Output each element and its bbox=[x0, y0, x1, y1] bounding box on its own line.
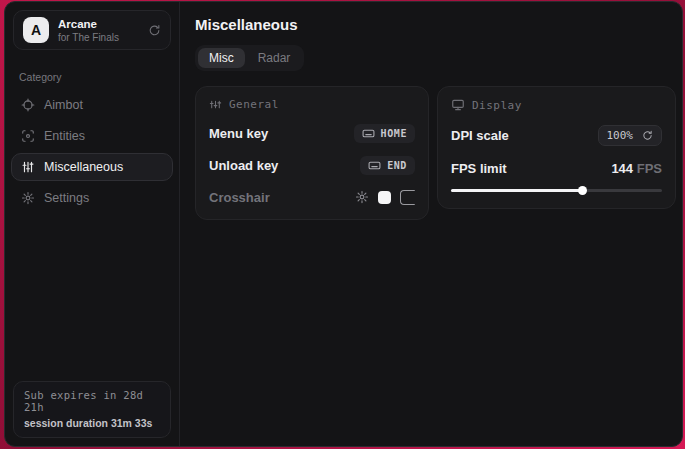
fps-number: 144 bbox=[611, 161, 633, 176]
menu-key-bind-button[interactable]: HOME bbox=[354, 124, 415, 143]
menu-key-label: Menu key bbox=[209, 126, 268, 141]
app-subtitle: for The Finals bbox=[58, 32, 119, 43]
tab-misc[interactable]: Misc bbox=[198, 48, 245, 68]
fps-limit-value: 144 FPS bbox=[611, 161, 662, 176]
display-card-header: Display bbox=[451, 98, 662, 112]
unload-key-row: Unload key END bbox=[209, 156, 415, 175]
session-duration-text: session duration 31m 33s bbox=[24, 417, 160, 429]
crosshair-icon bbox=[21, 98, 35, 112]
main-content: Miscellaneous Misc Radar General Menu ke… bbox=[180, 2, 683, 446]
category-label: Category bbox=[19, 71, 165, 83]
scan-icon bbox=[21, 129, 35, 143]
keyboard-icon bbox=[368, 159, 381, 172]
menu-key-value: HOME bbox=[381, 128, 407, 139]
display-card: Display DPI scale 100% FPS limit bbox=[437, 86, 676, 209]
tab-radar[interactable]: Radar bbox=[247, 48, 302, 68]
dpi-scale-value: 100% bbox=[607, 129, 634, 142]
sidebar: A Arcane for The Finals Category Aimbot bbox=[5, 2, 180, 446]
crosshair-controls bbox=[355, 190, 415, 205]
sidebar-item-aimbot[interactable]: Aimbot bbox=[11, 91, 173, 119]
tab-bar: Misc Radar bbox=[195, 45, 304, 71]
subscription-box: Sub expires in 28d 21h session duration … bbox=[13, 381, 171, 438]
sidebar-item-label: Miscellaneous bbox=[44, 160, 123, 174]
dpi-scale-row: DPI scale 100% bbox=[451, 125, 662, 146]
fps-limit-row: FPS limit 144 FPS bbox=[451, 159, 662, 177]
sidebar-item-miscellaneous[interactable]: Miscellaneous bbox=[11, 153, 173, 181]
dpi-reset-icon[interactable] bbox=[642, 130, 653, 141]
app-name: Arcane bbox=[58, 18, 119, 30]
crosshair-label: Crosshair bbox=[209, 190, 270, 205]
fps-limit-slider[interactable] bbox=[451, 186, 662, 195]
gear-icon bbox=[21, 191, 35, 205]
fps-limit-label: FPS limit bbox=[451, 161, 507, 176]
crosshair-preview-frame[interactable] bbox=[400, 190, 415, 205]
dpi-scale-control[interactable]: 100% bbox=[598, 125, 663, 146]
cards-row: General Menu key HOME Unload key bbox=[195, 86, 676, 220]
general-card-header: General bbox=[209, 98, 415, 111]
slider-fill bbox=[451, 189, 582, 192]
sidebar-item-label: Entities bbox=[44, 129, 85, 143]
unload-key-bind-button[interactable]: END bbox=[360, 156, 415, 175]
app-logo: A bbox=[23, 17, 49, 43]
page-title: Miscellaneous bbox=[195, 16, 676, 33]
crosshair-row: Crosshair bbox=[209, 188, 415, 206]
dpi-scale-label: DPI scale bbox=[451, 128, 509, 143]
general-card: General Menu key HOME Unload key bbox=[195, 86, 429, 220]
sidebar-item-entities[interactable]: Entities bbox=[11, 122, 173, 150]
crosshair-settings-gear-icon[interactable] bbox=[355, 190, 369, 204]
display-card-title: Display bbox=[472, 99, 522, 112]
keyboard-icon bbox=[362, 127, 375, 140]
monitor-icon bbox=[451, 98, 465, 112]
refresh-icon[interactable] bbox=[148, 24, 161, 37]
menu-key-row: Menu key HOME bbox=[209, 124, 415, 143]
app-window: A Arcane for The Finals Category Aimbot bbox=[4, 1, 683, 447]
brand-text: Arcane for The Finals bbox=[58, 18, 119, 43]
unload-key-label: Unload key bbox=[209, 158, 278, 173]
brand-box: A Arcane for The Finals bbox=[13, 10, 171, 50]
sub-expiry-text: Sub expires in 28d 21h bbox=[24, 389, 160, 413]
sidebar-item-label: Aimbot bbox=[44, 98, 83, 112]
general-card-title: General bbox=[229, 98, 279, 111]
keyboard-settings-icon bbox=[209, 98, 222, 111]
sidebar-item-label: Settings bbox=[44, 191, 89, 205]
sidebar-nav: Aimbot Entities Miscellaneous bbox=[5, 90, 179, 213]
slider-thumb[interactable] bbox=[578, 186, 587, 195]
fps-unit: FPS bbox=[637, 161, 662, 176]
sidebar-item-settings[interactable]: Settings bbox=[11, 184, 173, 212]
sliders-icon bbox=[21, 160, 35, 174]
unload-key-value: END bbox=[387, 160, 407, 171]
crosshair-color-swatch[interactable] bbox=[378, 191, 391, 204]
